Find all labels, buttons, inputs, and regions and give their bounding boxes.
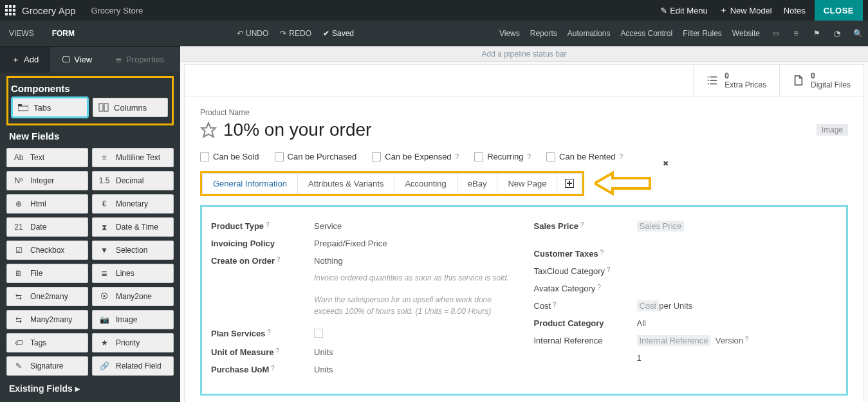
product-title[interactable]: 10% on your order [223,120,371,140]
nav-automations[interactable]: Automations [568,29,611,38]
apps-icon[interactable] [5,5,15,15]
field-signature[interactable]: ✎Signature [6,356,88,376]
purchase-uom-value[interactable]: Units [314,365,333,374]
field-type-icon: ⦿ [98,292,111,301]
sales-price-value[interactable]: Sales Price [637,221,685,231]
product-category-value[interactable]: All [637,318,646,328]
svg-marker-19 [201,123,216,137]
cost-value[interactable]: Costper Units [637,301,693,311]
component-tabs[interactable]: Tabs [12,98,88,117]
sidebar-tab-properties[interactable]: ≣ Properties [104,47,176,73]
help-icon[interactable]: ? [528,153,531,160]
field-date-time[interactable]: ⧗Date & Time [92,217,174,237]
field-many2many[interactable]: ⇆Many2many [6,310,88,329]
field-multiline-text[interactable]: ≡Multiline Text [92,148,174,167]
tab-new-page[interactable]: New Page [497,174,557,194]
checkbox[interactable] [200,152,209,161]
check-recurring[interactable]: Recurring ? [474,152,531,161]
check-can-be-expensed[interactable]: Can be Expensed ? [372,152,459,161]
views-mode-button[interactable]: VIEWS [0,29,43,38]
invoicing-policy-label: Invoicing Policy [211,239,314,248]
monitor-icon: 🖵 [62,55,70,64]
tab-ebay[interactable]: eBay [457,174,498,194]
close-button[interactable]: CLOSE [815,0,863,21]
field-priority[interactable]: ★Priority [92,333,174,352]
plan-services-label: Plan Services ? [211,329,314,340]
field-monetary[interactable]: €Monetary [92,194,174,214]
create-on-order-value[interactable]: Nothing [314,256,343,266]
components-highlight: Components Tabs Columns [6,76,174,125]
tab-add-button[interactable] [557,174,582,194]
tab-attributes-variants[interactable]: Attributes & Variants [298,174,395,194]
clock-icon[interactable]: ◔ [832,28,842,39]
field-decimal[interactable]: 1.5Decimal [92,171,174,190]
search-icon[interactable]: 🔍 [853,28,863,39]
notes-link[interactable]: Notes [784,6,806,15]
tab-general-information[interactable]: General Information [203,174,298,194]
invoicing-policy-value[interactable]: Prepaid/Fixed Price [314,239,387,248]
list-icon[interactable]: ≡ [791,28,801,39]
field-lines[interactable]: ≣Lines [92,264,174,283]
nav-filter-rules[interactable]: Filter Rules [683,29,722,38]
field-label: Related Field [116,361,162,370]
stat-extra-prices[interactable]: 0Extra Prices [693,65,779,96]
undo-button[interactable]: ↶ UNDO [237,29,268,38]
pipeline-bar-placeholder[interactable]: Add a pipeline status bar [180,46,868,62]
check-can-be-purchased[interactable]: Can be Purchased [275,152,357,161]
field-label: Multiline Text [116,153,160,162]
nav-access-control[interactable]: Access Control [620,29,672,38]
field-html[interactable]: ⊕Html [6,194,88,214]
product-type-value[interactable]: Service [314,221,342,231]
svg-rect-3 [5,9,8,12]
uom-value[interactable]: Units [314,347,333,357]
card-icon[interactable]: ▭ [770,28,780,39]
nav-views[interactable]: Views [499,29,520,38]
taxcloud-label: TaxCloud Category ? [534,266,637,276]
svg-rect-7 [9,13,12,15]
edit-menu-button[interactable]: ✎ Edit Menu [660,6,708,15]
nav-website[interactable]: Website [732,29,760,38]
sidebar-tab-view[interactable]: 🖵 View [50,47,104,73]
field-related-field[interactable]: 🔗Related Field [92,356,174,376]
existing-fields-toggle[interactable]: Existing Fields ▸ [6,376,174,396]
image-placeholder[interactable]: Image [817,124,848,136]
app-name[interactable]: Grocery App [22,5,75,16]
internal-ref-value[interactable]: Internal Reference [637,336,711,345]
tabs-icon [18,102,28,113]
flag-icon[interactable]: ⚑ [811,28,822,39]
field-image[interactable]: 📷Image [92,310,174,329]
check-can-be-rented[interactable]: Can be Rented ? [546,152,623,161]
field-checkbox[interactable]: ☑Checkbox [6,241,88,260]
checkbox[interactable] [275,152,284,161]
help-icon[interactable]: ? [456,153,459,160]
checkbox[interactable] [546,152,555,161]
field-date[interactable]: 21Date [6,217,88,237]
field-selection[interactable]: ▼Selection [92,241,174,260]
redo-button[interactable]: ↷ REDO [280,29,311,38]
field-many2one[interactable]: ⦿Many2one [92,287,174,306]
field-text[interactable]: AbText [6,148,88,167]
field-label: Many2one [116,292,152,301]
checkbox[interactable] [372,152,381,161]
field-tags[interactable]: 🏷Tags [6,333,88,352]
favorite-star-icon[interactable] [200,122,217,138]
new-model-button[interactable]: ＋ New Model [719,5,772,16]
stat-digital-files[interactable]: 0Digital Files [779,65,863,96]
form-mode-button[interactable]: FORM [43,29,84,38]
field-one2many[interactable]: ⇆One2many [6,287,88,306]
tab-accounting[interactable]: Accounting [394,174,457,194]
help-icon[interactable]: ? [620,153,623,160]
plan-services-checkbox[interactable] [314,329,323,340]
check-can-be-sold[interactable]: Can be Sold [200,152,259,161]
remove-image-icon[interactable]: ✖ [663,160,669,168]
version-value[interactable]: 1 [637,353,642,363]
checkbox[interactable] [474,152,483,161]
field-integer[interactable]: NºInteger [6,171,88,190]
sidebar-tab-add[interactable]: ＋ Add [0,47,50,73]
store-name[interactable]: Grocery Store [91,6,143,15]
component-columns[interactable]: Columns [93,98,168,117]
version-label: Version ? [716,336,749,345]
svg-rect-10 [18,106,28,111]
field-file[interactable]: 🗎File [6,264,88,283]
nav-reports[interactable]: Reports [530,29,557,38]
